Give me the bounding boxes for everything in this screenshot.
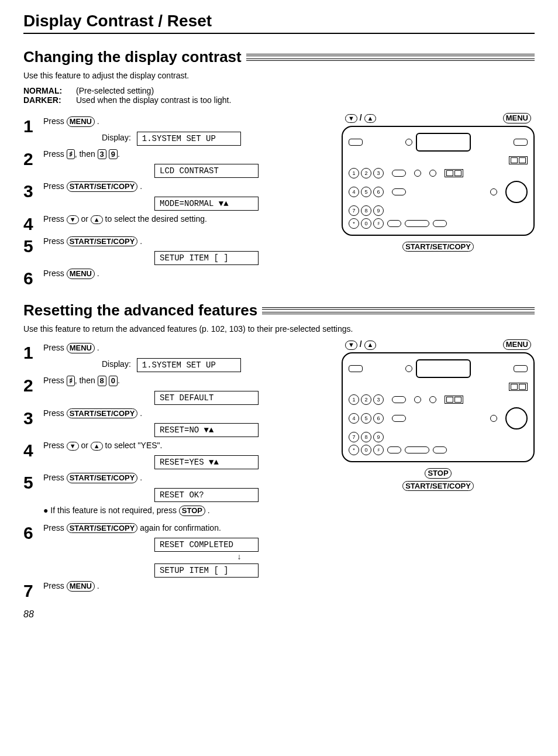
text: Press xyxy=(43,181,67,191)
s2-step5: 5 Press START/SET/COPY . RESET OK? ● If … xyxy=(23,473,324,519)
text: or xyxy=(79,441,91,450)
down-arrow-icon: ↓ xyxy=(237,552,242,561)
slash: / xyxy=(357,113,364,122)
s2-step4: 4 Press ▼ or ▲ to select "YES". RESET=YE… xyxy=(23,441,324,469)
step-number: 1 xyxy=(23,116,43,135)
text: . xyxy=(118,149,120,159)
device-led xyxy=(490,188,497,195)
s1-step5: 5 Press START/SET/COPY . SETUP ITEM [ ] xyxy=(23,236,324,266)
start-set-copy-callout: START/SET/COPY xyxy=(402,242,474,252)
s2-step3: 3 Press START/SET/COPY . RESET=NO ▼▲ xyxy=(23,408,324,438)
text: , then xyxy=(75,376,98,385)
hash-key: ♯ xyxy=(67,376,75,386)
up-arrow-icon: ▲ xyxy=(364,341,377,349)
text: Press xyxy=(43,441,67,450)
indicator-icon xyxy=(509,383,528,391)
section1-heading-text: Changing the display contrast xyxy=(23,48,242,66)
section2-illustration: ▼ / ▲ MENU 123 4 xyxy=(342,339,535,491)
key-3: 3 xyxy=(98,149,106,160)
def-normal-desc: (Pre-selected setting) xyxy=(76,86,154,95)
step-number: 5 xyxy=(23,473,43,492)
text: Press xyxy=(43,269,67,278)
dial-icon xyxy=(505,181,528,203)
section2-heading-text: Resetting the advanced features xyxy=(23,301,257,319)
down-arrow-button: ▼ xyxy=(67,215,79,224)
step-number: 3 xyxy=(23,181,43,200)
device-screen xyxy=(416,359,471,378)
dial-icon xyxy=(505,407,528,429)
indicator-icon xyxy=(509,156,528,164)
device-button xyxy=(392,188,406,195)
section1-intro: Use this feature to adjust the display c… xyxy=(23,71,535,80)
s1-step1: 1 Press MENU . Display: 1.SYSTEM SET UP xyxy=(23,116,324,146)
text: Press xyxy=(43,214,67,224)
text: again for confirmation. xyxy=(137,523,221,532)
up-arrow-button: ▲ xyxy=(91,215,103,224)
heading-rule xyxy=(262,307,535,314)
text: . xyxy=(95,269,99,278)
def-darker-label: DARKER: xyxy=(23,95,76,105)
hash-key: ♯ xyxy=(67,149,75,160)
device-screen xyxy=(416,133,471,152)
device-led xyxy=(405,365,412,372)
text: Press xyxy=(43,376,67,385)
section2-intro: Use this feature to return the advanced … xyxy=(23,324,535,334)
lcd-display: SETUP ITEM [ ] xyxy=(154,251,259,265)
lcd-display: 1.SYSTEM SET UP xyxy=(137,132,241,146)
device-button xyxy=(392,415,406,422)
step-number: 1 xyxy=(23,343,43,362)
lcd-display: RESET OK? xyxy=(154,488,259,502)
step-number: 7 xyxy=(23,581,43,600)
text: . xyxy=(137,181,142,191)
page-title: Display Contrast / Reset xyxy=(23,12,535,34)
display-label: Display: xyxy=(102,133,131,142)
slash: / xyxy=(357,339,364,349)
bullet-text: ● If this feature is not required, press xyxy=(43,506,179,515)
down-arrow-icon: ▼ xyxy=(345,341,357,349)
device-button xyxy=(405,446,429,453)
device-button xyxy=(392,396,406,403)
text: Press xyxy=(43,581,67,590)
start-set-copy-button: START/SET/COPY xyxy=(67,473,138,483)
menu-button: MENU xyxy=(67,269,95,279)
def-normal-label: NORMAL: xyxy=(23,86,76,95)
menu-label: MENU xyxy=(503,339,531,350)
start-set-copy-button: START/SET/COPY xyxy=(67,523,138,534)
menu-label: MENU xyxy=(503,113,531,123)
start-set-copy-button: START/SET/COPY xyxy=(67,236,138,247)
step-number: 6 xyxy=(23,269,43,287)
lcd-display: SETUP ITEM [ ] xyxy=(154,563,259,578)
start-set-copy-callout: START/SET/COPY xyxy=(402,481,474,492)
lcd-display: RESET=NO ▼▲ xyxy=(154,423,259,437)
text: . xyxy=(137,473,142,482)
up-arrow-button: ▲ xyxy=(91,442,103,451)
section2-heading: Resetting the advanced features xyxy=(23,301,535,319)
section1-heading: Changing the display contrast xyxy=(23,48,535,66)
menu-button: MENU xyxy=(67,581,95,592)
text: . xyxy=(137,236,142,246)
lcd-display: RESET=YES ▼▲ xyxy=(154,455,259,469)
text: . xyxy=(118,376,120,385)
down-arrow-icon: ▼ xyxy=(345,114,357,123)
device-led xyxy=(414,170,421,177)
device-led xyxy=(429,170,436,177)
s2-step6: 6 Press START/SET/COPY again for confirm… xyxy=(23,523,324,578)
s1-step2: 2 Press ♯, then 3 9. LCD CONTRAST xyxy=(23,149,324,178)
text: . xyxy=(95,343,99,352)
text: to select the desired setting. xyxy=(103,214,207,224)
up-arrow-icon: ▲ xyxy=(364,114,377,123)
stop-button: STOP xyxy=(179,506,205,516)
text: to select "YES". xyxy=(103,441,163,450)
lcd-display: LCD CONTRAST xyxy=(154,164,259,178)
s2-step7: 7 Press MENU . xyxy=(23,581,324,600)
lcd-display: 1.SYSTEM SET UP xyxy=(137,358,241,372)
step-number: 4 xyxy=(23,214,43,233)
section1-illustration: ▼ / ▲ MENU 123 4 xyxy=(342,113,535,252)
device-led xyxy=(429,396,436,403)
start-set-copy-button: START/SET/COPY xyxy=(67,181,138,192)
text: . xyxy=(95,581,99,590)
device-button xyxy=(405,220,429,227)
device-button xyxy=(392,170,406,177)
device-button xyxy=(349,139,363,146)
s1-step4: 4 Press ▼ or ▲ to select the desired set… xyxy=(23,214,324,233)
